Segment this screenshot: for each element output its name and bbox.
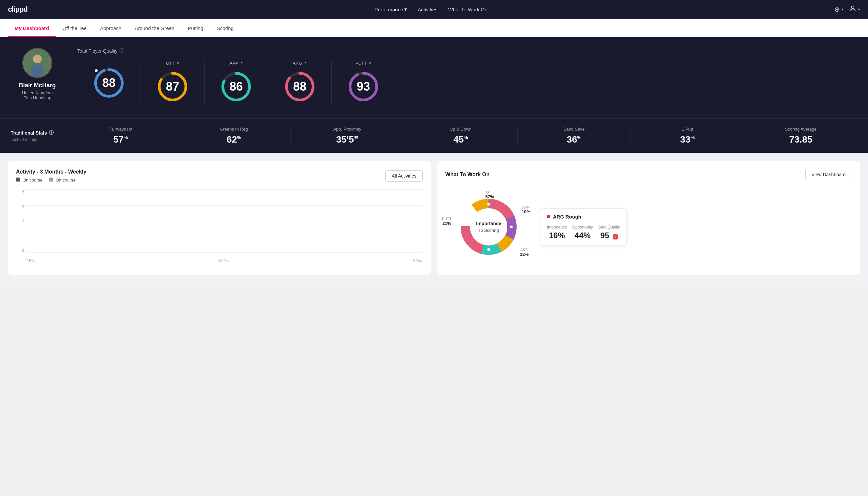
avatar <box>22 48 52 78</box>
add-chevron-icon: ▾ <box>841 7 843 12</box>
player-country: United Kingdom <box>22 90 53 95</box>
trad-stat-items: Fairways Hit 57% Greens In Reg 62% App. … <box>64 127 857 145</box>
empty-bar <box>57 252 86 252</box>
arg-circle: 88 <box>282 68 318 105</box>
arg-label: ARG ↗ <box>293 61 307 66</box>
on-course-legend: On course <box>16 177 43 183</box>
nav-performance[interactable]: Performance ▾ <box>374 6 407 12</box>
stat-sand-save: Sand Save 36% <box>518 127 631 145</box>
donut-section: OTT 57% APP 10% ARG 12% PUTT 21% <box>445 187 852 267</box>
trad-stats-title: Traditional Stats ⓘ <box>11 130 64 136</box>
donut-wrapper: OTT 57% APP 10% ARG 12% PUTT 21% <box>445 187 532 267</box>
top-nav: clippd Performance ▾ Activities What To … <box>0 0 868 19</box>
ott-arrow-icon: ↗ <box>176 61 179 66</box>
score-circles: 88 OTT ↗ 8 <box>77 61 857 105</box>
view-dashboard-button[interactable]: View Dashboard <box>805 169 852 180</box>
app-donut-label: APP 10% <box>522 205 530 214</box>
tab-bar: My Dashboard Off the Tee Approach Around… <box>0 19 868 37</box>
arg-dot-icon <box>547 215 550 218</box>
stat-fairways-hit: Fairways Hit 57% <box>64 127 177 145</box>
svg-rect-5 <box>33 65 42 71</box>
svg-point-22 <box>487 203 490 205</box>
score-app: APP ↗ 86 <box>205 61 268 105</box>
putt-label: PUTT ↗ <box>356 61 372 66</box>
bottom-panels: Activity - 3 Months - Weekly On course O… <box>0 153 868 283</box>
stat-up-and-down: Up & Down 45% <box>404 127 517 145</box>
activity-panel-title: Activity - 3 Months - Weekly <box>16 169 86 175</box>
activity-panel-header: Activity - 3 Months - Weekly On course O… <box>16 169 423 183</box>
stat-1-putt: 1 Putt 33% <box>631 127 744 145</box>
chart-area: 4 3 2 1 0 7 Feb 28 Mar 9 May <box>16 189 423 263</box>
arg-importance: Importance 16% <box>547 225 567 240</box>
putt-donut-label: PUTT 21% <box>442 217 452 226</box>
work-on-panel: What To Work On View Dashboard OTT 57% A… <box>437 161 860 275</box>
work-on-panel-header: What To Work On View Dashboard <box>445 169 852 180</box>
hero-section: Blair McHarg United Kingdom Plus Handica… <box>0 37 868 118</box>
stat-scoring-average: Scoring Average 73.85 <box>744 127 857 145</box>
chart-x-labels: 7 Feb 28 Mar 9 May <box>26 259 423 263</box>
app-circle: 86 <box>218 68 254 105</box>
stat-greens-in-reg: Greens In Reg 62% <box>177 127 290 145</box>
arg-shot-quality: Shot Quality 95 ↓ <box>598 225 620 240</box>
tab-scoring[interactable]: Scoring <box>210 19 240 37</box>
tab-around-the-green[interactable]: Around the Green <box>128 19 181 37</box>
app-score-value: 86 <box>230 80 243 94</box>
putt-arrow-icon: ↗ <box>368 61 372 66</box>
arg-card-header: ARG Rough <box>547 214 620 219</box>
chevron-down-icon: ▾ <box>404 6 407 12</box>
trad-stats-label: Traditional Stats ⓘ Last 20 rounds <box>11 130 64 142</box>
tab-off-the-tee[interactable]: Off the Tee <box>56 19 93 37</box>
activity-panel: Activity - 3 Months - Weekly On course O… <box>8 161 431 275</box>
tab-my-dashboard[interactable]: My Dashboard <box>8 19 56 37</box>
tab-approach[interactable]: Approach <box>93 19 128 37</box>
score-total: 88 <box>77 65 141 101</box>
chart-y-axis: 4 3 2 1 0 <box>16 189 24 252</box>
user-chevron-icon: ▾ <box>858 7 860 12</box>
svg-point-0 <box>851 6 854 9</box>
svg-point-23 <box>510 226 512 228</box>
arg-arrow-icon: ↗ <box>303 61 307 66</box>
all-activities-button[interactable]: All Activities <box>385 170 423 182</box>
nav-links: Performance ▾ Activities What To Work On <box>374 6 487 12</box>
chart-bars-area <box>26 189 423 252</box>
nav-what-to-work-on[interactable]: What To Work On <box>448 7 488 12</box>
score-putt: PUTT ↗ 93 <box>332 61 395 105</box>
tab-putting[interactable]: Putting <box>181 19 210 37</box>
off-course-legend: Off course <box>49 177 76 183</box>
user-icon <box>849 5 857 14</box>
total-quality-label: Total Player Quality ⓘ <box>77 48 857 54</box>
nav-right: ⊕ ▾ ▾ <box>834 5 860 14</box>
arg-opportunity: Opportunity 44% <box>572 225 593 240</box>
app-arrow-icon: ↗ <box>239 61 243 66</box>
chart-legend: On course Off course <box>16 177 86 183</box>
bar-group-3 <box>118 252 147 252</box>
svg-text:Importance: Importance <box>476 221 501 226</box>
empty-bar <box>301 252 331 252</box>
arg-score-value: 88 <box>293 80 306 94</box>
svg-text:To Scoring: To Scoring <box>478 228 499 233</box>
arg-card-title: ARG Rough <box>553 214 581 219</box>
player-handicap: Plus Handicap <box>23 95 51 100</box>
donut-svg: Importance To Scoring <box>455 193 522 260</box>
score-ott: OTT ↗ 87 <box>141 61 205 105</box>
logo[interactable]: clippd <box>8 5 28 14</box>
shot-quality-badge: ↓ <box>613 234 618 239</box>
total-circle: 88 <box>91 65 127 101</box>
player-info: Blair McHarg United Kingdom Plus Handica… <box>11 48 64 100</box>
ott-circle: 87 <box>154 68 191 105</box>
bar-group-2 <box>87 252 116 252</box>
arg-card: ARG Rough Importance 16% Opportunity 44%… <box>540 208 627 246</box>
traditional-stats: Traditional Stats ⓘ Last 20 rounds Fairw… <box>0 118 868 153</box>
empty-bar <box>118 252 147 252</box>
trad-info-icon[interactable]: ⓘ <box>49 130 53 136</box>
add-button[interactable]: ⊕ ▾ <box>834 5 843 13</box>
nav-activities[interactable]: Activities <box>418 7 437 12</box>
info-icon[interactable]: ⓘ <box>120 48 124 54</box>
plus-circle-icon: ⊕ <box>834 5 840 13</box>
user-menu-button[interactable]: ▾ <box>849 5 860 14</box>
arg-metrics: Importance 16% Opportunity 44% Shot Qual… <box>547 225 620 240</box>
app-label: APP ↗ <box>230 61 243 66</box>
work-on-panel-title: What To Work On <box>445 172 490 177</box>
ott-label: OTT ↗ <box>166 61 179 66</box>
putt-circle: 93 <box>345 68 382 105</box>
